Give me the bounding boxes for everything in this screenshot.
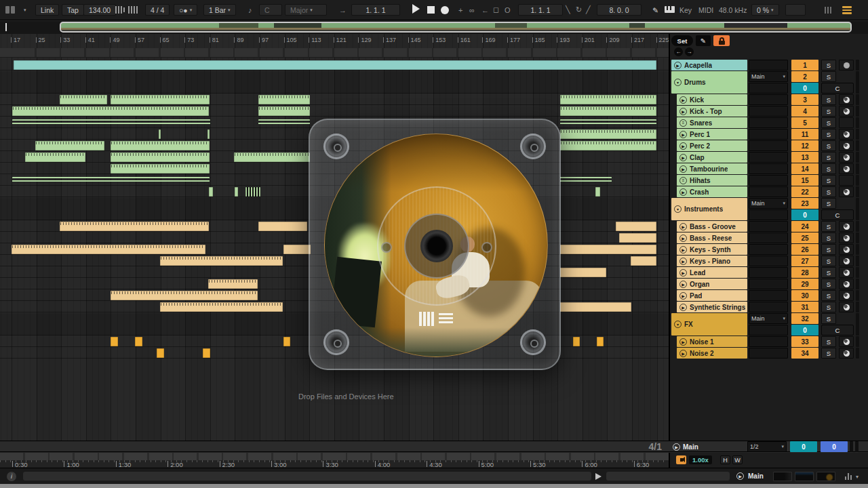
track-number[interactable]: 5 xyxy=(791,117,818,128)
track-number[interactable]: 14 xyxy=(791,163,818,174)
track-routing-box[interactable] xyxy=(749,152,788,163)
play-fold-icon[interactable]: ▶ xyxy=(679,142,687,150)
main-quantize-menu[interactable]: 1/2 ▾ xyxy=(747,441,787,452)
metronome-icon[interactable] xyxy=(115,4,139,16)
track-routing-box[interactable] xyxy=(749,279,788,289)
clip[interactable] xyxy=(560,245,656,254)
play-fold-icon[interactable]: ▶ xyxy=(679,108,687,115)
track-number[interactable]: 32 xyxy=(791,313,818,324)
track-number[interactable]: 12 xyxy=(791,140,818,151)
next-locator-button[interactable]: → xyxy=(685,47,694,56)
solo-button[interactable]: S xyxy=(821,267,836,278)
arm-button[interactable] xyxy=(839,60,854,70)
track-name-box[interactable]: ▶Noise 2 xyxy=(677,348,747,359)
track-name-box[interactable]: ▶Perc 1 xyxy=(677,129,747,140)
solo-button[interactable]: S xyxy=(821,221,836,232)
track-routing-box[interactable] xyxy=(749,129,788,140)
status-caret-icon[interactable]: ▾ xyxy=(856,474,859,480)
freeze-button[interactable] xyxy=(839,94,854,105)
crossfade-button[interactable]: C xyxy=(821,209,854,220)
device-thumbnail[interactable] xyxy=(773,472,792,481)
track-number[interactable]: 11 xyxy=(791,129,818,140)
track-number[interactable]: 25 xyxy=(791,232,818,243)
freeze-button[interactable] xyxy=(839,336,854,347)
group-fold-icon[interactable]: ▾ xyxy=(674,205,682,213)
track-number[interactable]: 27 xyxy=(791,256,818,266)
freeze-button[interactable] xyxy=(839,221,854,232)
freeze-button[interactable] xyxy=(839,256,854,266)
clip[interactable] xyxy=(595,187,600,197)
track-name-box[interactable]: ▾Instruments xyxy=(671,198,747,220)
arrangement-lane[interactable] xyxy=(0,71,669,94)
clip[interactable] xyxy=(209,187,213,197)
clip[interactable] xyxy=(12,106,209,116)
freeze-button[interactable] xyxy=(839,106,854,117)
track-name-box[interactable]: ▶Clap xyxy=(677,152,747,163)
solo-button[interactable]: S xyxy=(821,94,836,105)
solo-button[interactable]: S xyxy=(821,336,836,347)
track-name-box[interactable]: ▶Synthetic Strings xyxy=(677,302,747,312)
tap-tempo-button[interactable]: Tap xyxy=(62,4,84,16)
device-thumbnail[interactable] xyxy=(816,472,835,481)
solo-button[interactable]: S xyxy=(821,60,836,70)
track-number[interactable]: 15 xyxy=(791,175,818,186)
capture-midi-icon[interactable]: ◻ xyxy=(493,4,499,16)
metronome-options-button[interactable]: ○●▾ xyxy=(174,4,197,16)
quantize-menu[interactable]: 1 Bar▾ xyxy=(203,4,236,16)
clip[interactable] xyxy=(157,348,164,358)
solo-button[interactable]: S xyxy=(821,290,836,301)
track-routing-box[interactable] xyxy=(749,175,788,186)
clip[interactable] xyxy=(597,337,604,346)
solo-button[interactable]: S xyxy=(821,140,836,151)
clip[interactable] xyxy=(560,106,656,116)
clip[interactable] xyxy=(208,129,210,139)
play-fold-icon[interactable]: ▶ xyxy=(679,131,687,138)
play-fold-icon[interactable]: ▶ xyxy=(679,96,687,104)
track-name-box[interactable]: ▶Acapella xyxy=(671,60,747,70)
solo-button[interactable]: S xyxy=(821,244,836,255)
cpu-load-readout[interactable]: 0 %▾ xyxy=(751,4,779,16)
window-layout-icon[interactable] xyxy=(5,4,16,16)
solo-button[interactable]: S xyxy=(821,232,836,243)
track-name-box[interactable]: ≡Snares xyxy=(677,117,747,128)
session-record-icon[interactable]: O xyxy=(505,4,511,16)
track-name-box[interactable]: ▶Lead xyxy=(677,267,747,278)
track-number[interactable]: 1 xyxy=(791,60,818,70)
height-zoom-button[interactable]: H xyxy=(720,455,730,464)
solo-button[interactable]: S xyxy=(821,198,836,209)
set-locator-button[interactable]: Set xyxy=(671,35,693,46)
track-routing-menu[interactable]: Main▾ xyxy=(749,71,788,82)
freeze-button[interactable] xyxy=(839,348,854,359)
clip[interactable] xyxy=(60,95,107,104)
record-button[interactable] xyxy=(441,6,449,14)
freeze-button[interactable] xyxy=(839,152,854,163)
overview-viewport[interactable] xyxy=(60,22,852,33)
track-name-box[interactable]: ▶Tambourine xyxy=(677,163,747,174)
automation-arm-icon[interactable]: ∞ xyxy=(469,4,475,16)
midi-map-button[interactable]: MIDI xyxy=(698,4,713,16)
track-routing-box[interactable] xyxy=(749,348,788,359)
group-send-field[interactable]: 0 xyxy=(791,325,818,336)
clip[interactable] xyxy=(560,95,656,104)
clip[interactable] xyxy=(616,222,656,231)
solo-button[interactable]: S xyxy=(821,129,836,140)
track-number[interactable]: 24 xyxy=(791,221,818,232)
track-name-box[interactable]: ≡Hihats xyxy=(677,175,747,186)
back-to-arrangement-icon[interactable]: ← xyxy=(481,4,489,16)
clip[interactable] xyxy=(135,337,142,346)
status-play-icon[interactable] xyxy=(595,473,601,480)
clip[interactable] xyxy=(235,187,238,197)
group-send-field[interactable]: 0 xyxy=(791,209,818,220)
layout-caret-icon[interactable]: ▾ xyxy=(24,4,26,16)
scale-name-menu[interactable]: Major▾ xyxy=(285,4,327,16)
time-signature-field[interactable]: 4 / 4 xyxy=(145,4,170,16)
track-routing-menu[interactable]: Main▾ xyxy=(749,198,788,209)
track-routing-box[interactable] xyxy=(749,302,788,312)
bar-ruler[interactable]: 1725334149576573818997105113121129137145… xyxy=(0,34,669,47)
track-number[interactable]: 3 xyxy=(791,94,818,105)
track-number[interactable]: 23 xyxy=(791,198,818,209)
clip[interactable] xyxy=(560,129,656,139)
play-fold-icon[interactable]: ▶ xyxy=(679,246,687,253)
scale-root-field[interactable]: C xyxy=(259,4,282,16)
track-routing-box[interactable] xyxy=(749,256,788,266)
